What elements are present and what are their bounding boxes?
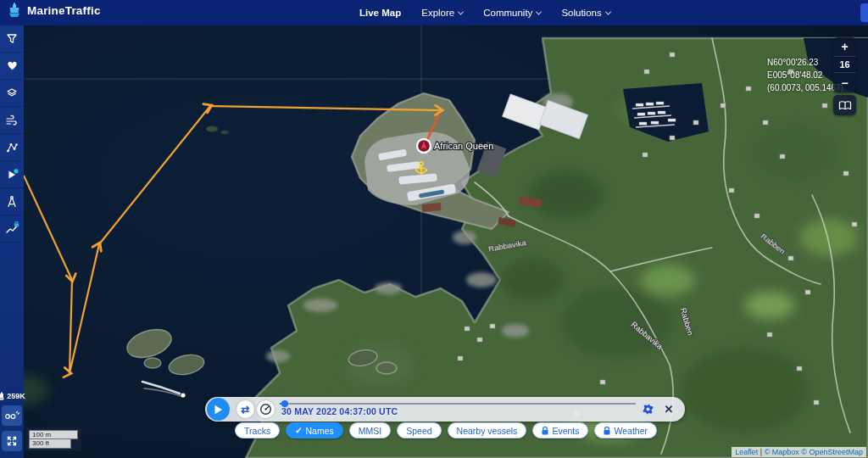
measure-tool-icon[interactable] [0, 188, 24, 215]
zoom-in-button[interactable]: + [833, 37, 856, 57]
replay-icon[interactable] [0, 161, 24, 188]
layers-icon[interactable] [0, 80, 24, 107]
ar-glasses-button[interactable] [2, 405, 22, 426]
map-viewport[interactable]: African Queen Rabbavika Rabbavika Rabben… [24, 25, 868, 458]
close-icon: ✕ [665, 403, 674, 416]
check-icon: ✓ [295, 426, 302, 435]
speedometer-icon [259, 403, 272, 416]
wind-icon[interactable] [0, 107, 24, 134]
expand-arrows-icon [6, 435, 18, 447]
vessel-count-badge[interactable]: 259K [0, 392, 25, 400]
filter-icon[interactable] [0, 25, 24, 53]
route-planner-icon[interactable] [0, 215, 24, 243]
map-book-icon [838, 100, 852, 111]
vessel-marker[interactable]: African Queen [417, 139, 493, 153]
mapbox-link[interactable]: © Mapbox [765, 448, 799, 456]
collapse-sidebar-button[interactable] [2, 431, 22, 451]
osm-link[interactable]: © OpenStreetMap [801, 448, 863, 456]
timeline-slider[interactable] [280, 403, 636, 405]
map-option-toggles: Tracks ✓Names MMSI Speed Nearby vessels … [24, 422, 868, 438]
marinetraffic-logo-icon [6, 2, 23, 19]
nav-menu: Live Map Explore Community Solutions [359, 0, 610, 25]
direction-toggle-button[interactable]: ⇄ [236, 400, 254, 418]
lock-icon [14, 221, 19, 226]
swap-arrows-icon: ⇄ [241, 404, 249, 416]
cursor-coordinates: N60°00'26.23 E005°08'48.02 (60.0073, 005… [767, 56, 843, 94]
gear-icon [642, 403, 654, 416]
density-map-icon[interactable] [0, 134, 24, 161]
heart-icon[interactable] [0, 53, 24, 80]
leaflet-link[interactable]: Leaflet [735, 448, 758, 456]
nav-item-live-map[interactable]: Live Map [359, 8, 401, 18]
toggle-speed[interactable]: Speed [397, 422, 441, 438]
basemap-selector-button[interactable] [833, 95, 856, 115]
scale-metric: 100 m [29, 430, 78, 439]
track-player: ⇄ 30 MAY 2022 04:37:00 UTC ✕ [205, 397, 685, 422]
toggle-mmsi[interactable]: MMSI [349, 422, 391, 438]
play-button[interactable] [207, 398, 230, 421]
player-settings-button[interactable] [639, 399, 656, 418]
scale-imperial: 300 ft [29, 439, 71, 449]
toggle-names[interactable]: ✓Names [286, 422, 343, 438]
vessel-name-label: African Queen [434, 141, 493, 151]
nav-item-explore[interactable]: Explore [421, 8, 463, 18]
nav-item-community[interactable]: Community [483, 8, 541, 18]
left-toolbar: 259K [0, 25, 24, 458]
top-navbar: MarineTraffic Live Map Explore Community… [0, 0, 868, 25]
lock-icon [542, 427, 548, 435]
chevron-down-icon [605, 8, 611, 14]
chevron-down-icon [458, 8, 464, 14]
zoom-level: 16 [833, 57, 856, 73]
brand[interactable]: MarineTraffic [6, 2, 101, 19]
toggle-tracks[interactable]: Tracks [235, 422, 280, 438]
play-icon [214, 405, 223, 415]
zoom-out-button[interactable]: − [833, 73, 856, 92]
search-button[interactable]: S [860, 3, 868, 22]
brand-name: MarineTraffic [27, 4, 101, 17]
vessel-icon [0, 392, 5, 400]
player-close-button[interactable]: ✕ [661, 400, 676, 417]
chevron-down-icon [536, 8, 542, 14]
lock-icon [604, 427, 610, 435]
toggle-events[interactable]: Events [532, 422, 588, 438]
zoom-control: + 16 − [833, 37, 856, 92]
map-canvas: African Queen Rabbavika Rabbavika Rabben… [24, 25, 868, 458]
toggle-weather[interactable]: Weather [594, 422, 657, 438]
map-attribution: Leaflet | © Mapbox © OpenStreetMap [732, 447, 866, 457]
nav-item-solutions[interactable]: Solutions [561, 8, 609, 18]
map-scale: 100 m 300 ft [25, 427, 81, 451]
toggle-nearby-vessels[interactable]: Nearby vessels [448, 422, 527, 438]
playback-speed-button[interactable] [257, 400, 275, 418]
playback-timestamp: 30 MAY 2022 04:37:00 UTC [281, 406, 398, 416]
